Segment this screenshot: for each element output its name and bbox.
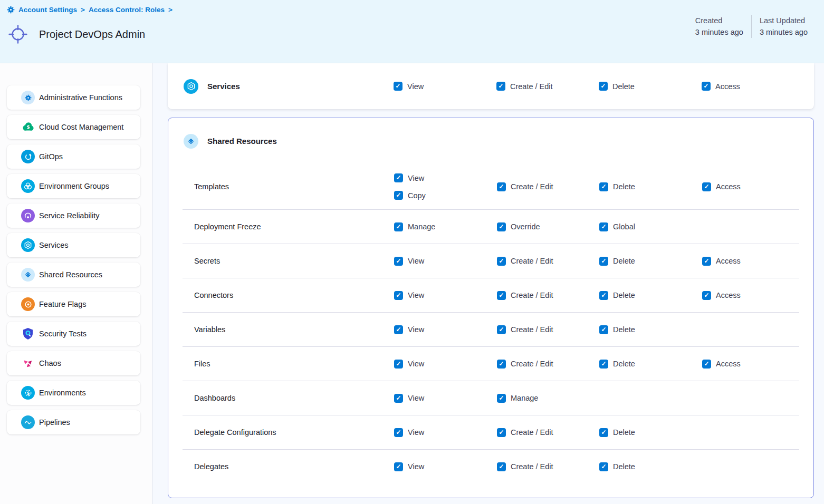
sidebar-item-chaos[interactable]: Chaos bbox=[7, 351, 140, 375]
chevron-right-icon: > bbox=[81, 6, 85, 14]
checkbox-checked-icon[interactable]: ✓ bbox=[394, 173, 403, 182]
cloud-dollar-icon: $ bbox=[21, 120, 35, 134]
checkbox-checked-icon[interactable]: ✓ bbox=[394, 360, 403, 369]
sidebar-item-services[interactable]: Services bbox=[7, 233, 140, 257]
checkbox-checked-icon[interactable]: ✓ bbox=[394, 325, 403, 334]
checkbox-view[interactable]: ✓View bbox=[394, 291, 497, 300]
checkbox-checked-icon[interactable]: ✓ bbox=[394, 291, 403, 300]
sidebar-item-shared-resources[interactable]: Shared Resources bbox=[7, 263, 140, 287]
sidebar-item-security-tests[interactable]: Security Tests bbox=[7, 322, 140, 346]
checkbox-delete[interactable]: ✓Delete bbox=[599, 428, 702, 437]
breadcrumb-link-access-control-roles[interactable]: Access Control: Roles bbox=[89, 6, 165, 14]
checkbox-delete[interactable]: ✓Delete bbox=[599, 360, 702, 369]
checkbox-checked-icon[interactable]: ✓ bbox=[702, 360, 711, 369]
checkbox-checked-icon[interactable]: ✓ bbox=[394, 82, 403, 91]
created-block: Created 3 minutes ago bbox=[687, 15, 752, 38]
permission-cell: ✓Access bbox=[702, 360, 799, 369]
shared-resources-diamond-icon bbox=[21, 268, 35, 282]
checkbox-checked-icon[interactable]: ✓ bbox=[394, 257, 403, 266]
environments-icon: $ bbox=[21, 386, 35, 400]
checkbox-checked-icon[interactable]: ✓ bbox=[497, 428, 506, 437]
checkbox-view[interactable]: ✓View bbox=[394, 82, 496, 91]
sidebar-item-label: Administrative Functions bbox=[39, 93, 122, 102]
sidebar-item-administrative-functions[interactable]: Administrative Functions bbox=[7, 85, 140, 110]
sidebar-item-gitops[interactable]: GitOps bbox=[7, 144, 140, 169]
checkbox-checked-icon[interactable]: ✓ bbox=[702, 82, 711, 91]
sidebar-item-feature-flags[interactable]: Feature Flags bbox=[7, 292, 140, 316]
checkbox-copy[interactable]: ✓Copy bbox=[394, 191, 497, 200]
breadcrumb-link-account-settings[interactable]: Account Settings bbox=[18, 6, 77, 14]
checkbox-view[interactable]: ✓View bbox=[394, 428, 497, 437]
checkbox-create-edit[interactable]: ✓Create / Edit bbox=[497, 360, 599, 369]
sidebar-item-environments[interactable]: $Environments bbox=[7, 381, 140, 405]
checkbox-checked-icon[interactable]: ✓ bbox=[497, 462, 506, 471]
checkbox-delete[interactable]: ✓Delete bbox=[599, 291, 702, 300]
checkbox-global[interactable]: ✓Global bbox=[599, 222, 702, 231]
checkbox-checked-icon[interactable]: ✓ bbox=[394, 222, 403, 231]
checkbox-access[interactable]: ✓Access bbox=[702, 82, 814, 91]
created-value: 3 minutes ago bbox=[695, 26, 743, 38]
checkbox-checked-icon[interactable]: ✓ bbox=[497, 325, 506, 334]
checkbox-checked-icon[interactable]: ✓ bbox=[394, 394, 403, 403]
checkbox-create-edit[interactable]: ✓Create / Edit bbox=[497, 182, 599, 191]
checkbox-view[interactable]: ✓View bbox=[394, 325, 497, 334]
checkbox-create-edit[interactable]: ✓Create / Edit bbox=[497, 257, 599, 266]
checkbox-view[interactable]: ✓View bbox=[394, 394, 497, 403]
checkbox-checked-icon[interactable]: ✓ bbox=[394, 191, 403, 200]
shared-resources-card: Shared Resources Templates✓View✓Copy✓Cre… bbox=[168, 118, 814, 498]
checkbox-checked-icon[interactable]: ✓ bbox=[599, 428, 608, 437]
shared-resources-card-title: Shared Resources bbox=[207, 137, 277, 146]
checkbox-checked-icon[interactable]: ✓ bbox=[599, 182, 608, 191]
checkbox-checked-icon[interactable]: ✓ bbox=[497, 222, 506, 231]
checkbox-checked-icon[interactable]: ✓ bbox=[497, 257, 506, 266]
checkbox-create-edit[interactable]: ✓Create / Edit bbox=[497, 462, 599, 471]
checkbox-checked-icon[interactable]: ✓ bbox=[599, 291, 608, 300]
checkbox-checked-icon[interactable]: ✓ bbox=[599, 462, 608, 471]
checkbox-delete[interactable]: ✓Delete bbox=[599, 82, 702, 91]
checkbox-checked-icon[interactable]: ✓ bbox=[702, 257, 711, 266]
checkbox-delete[interactable]: ✓Delete bbox=[599, 182, 702, 191]
sidebar-item-pipelines[interactable]: Pipelines bbox=[7, 410, 140, 434]
checkbox-create-edit[interactable]: ✓Create / Edit bbox=[496, 82, 599, 91]
checkbox-label: View bbox=[408, 360, 424, 368]
checkbox-checked-icon[interactable]: ✓ bbox=[599, 325, 608, 334]
checkbox-checked-icon[interactable]: ✓ bbox=[599, 360, 608, 369]
checkbox-checked-icon[interactable]: ✓ bbox=[702, 182, 711, 191]
chaos-icon bbox=[21, 356, 35, 370]
checkbox-delete[interactable]: ✓Delete bbox=[599, 257, 702, 266]
checkbox-checked-icon[interactable]: ✓ bbox=[394, 462, 403, 471]
checkbox-access[interactable]: ✓Access bbox=[702, 257, 799, 266]
checkbox-access[interactable]: ✓Access bbox=[702, 360, 799, 369]
checkbox-create-edit[interactable]: ✓Create / Edit bbox=[497, 325, 599, 334]
sidebar-item-service-reliability[interactable]: Service Reliability bbox=[7, 203, 140, 228]
checkbox-override[interactable]: ✓Override bbox=[497, 222, 599, 231]
checkbox-manage[interactable]: ✓Manage bbox=[394, 222, 497, 231]
checkbox-access[interactable]: ✓Access bbox=[702, 291, 799, 300]
checkbox-manage[interactable]: ✓Manage bbox=[497, 394, 599, 403]
checkbox-view[interactable]: ✓View bbox=[394, 173, 497, 182]
checkbox-view[interactable]: ✓View bbox=[394, 360, 497, 369]
page-header: Account Settings > Access Control: Roles… bbox=[0, 0, 824, 63]
checkbox-checked-icon[interactable]: ✓ bbox=[497, 360, 506, 369]
role-target-icon bbox=[8, 24, 28, 44]
checkbox-create-edit[interactable]: ✓Create / Edit bbox=[497, 291, 599, 300]
checkbox-checked-icon[interactable]: ✓ bbox=[599, 222, 608, 231]
checkbox-label: View bbox=[408, 462, 424, 471]
services-hexagon-icon bbox=[184, 79, 198, 94]
checkbox-create-edit[interactable]: ✓Create / Edit bbox=[497, 428, 599, 437]
sidebar-item-cloud-cost-management[interactable]: $Cloud Cost Management bbox=[7, 115, 140, 139]
checkbox-checked-icon[interactable]: ✓ bbox=[599, 82, 608, 91]
checkbox-access[interactable]: ✓Access bbox=[702, 182, 799, 191]
checkbox-checked-icon[interactable]: ✓ bbox=[497, 182, 506, 191]
checkbox-checked-icon[interactable]: ✓ bbox=[702, 291, 711, 300]
checkbox-checked-icon[interactable]: ✓ bbox=[497, 291, 506, 300]
checkbox-checked-icon[interactable]: ✓ bbox=[599, 257, 608, 266]
sidebar-item-environment-groups[interactable]: Environment Groups bbox=[7, 174, 140, 198]
checkbox-checked-icon[interactable]: ✓ bbox=[394, 428, 403, 437]
checkbox-checked-icon[interactable]: ✓ bbox=[496, 82, 505, 91]
checkbox-checked-icon[interactable]: ✓ bbox=[497, 394, 506, 403]
checkbox-view[interactable]: ✓View bbox=[394, 462, 497, 471]
checkbox-delete[interactable]: ✓Delete bbox=[599, 462, 702, 471]
checkbox-view[interactable]: ✓View bbox=[394, 257, 497, 266]
checkbox-delete[interactable]: ✓Delete bbox=[599, 325, 702, 334]
